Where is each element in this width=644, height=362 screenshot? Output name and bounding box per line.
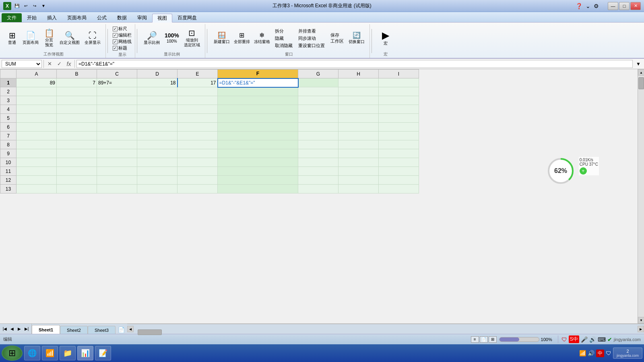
save-quick-btn[interactable]: 💾: [13, 2, 21, 10]
customize-quick-btn[interactable]: ▼: [39, 2, 47, 10]
cell-F3[interactable]: [218, 96, 298, 105]
btn-fullscreen[interactable]: ⛶ 全屏显示: [83, 31, 102, 46]
cell-B9[interactable]: [57, 149, 97, 158]
cell-E3[interactable]: [178, 96, 218, 105]
cancel-formula-btn[interactable]: ✕: [45, 60, 54, 68]
cell-C5[interactable]: [97, 114, 137, 123]
cell-F11[interactable]: [218, 167, 298, 176]
help-icon[interactable]: ❓: [576, 3, 582, 9]
btn-new-window[interactable]: 🪟 新建窗口: [212, 31, 231, 45]
cell-E1[interactable]: 17: [178, 78, 218, 87]
cell-H3[interactable]: [339, 96, 379, 105]
settings-icon[interactable]: ⚙: [594, 3, 599, 9]
cell-H7[interactable]: [339, 132, 379, 140]
cell-I1[interactable]: [379, 78, 419, 87]
undo-btn[interactable]: ↩: [22, 2, 30, 10]
cell-A5[interactable]: [17, 114, 57, 123]
cell-B13[interactable]: [57, 185, 97, 193]
cell-F7[interactable]: [218, 132, 298, 140]
cell-A6[interactable]: [17, 123, 57, 132]
insert-function-btn[interactable]: fx: [65, 60, 73, 68]
cell-H10[interactable]: [339, 158, 379, 167]
redo-btn[interactable]: ↪: [31, 2, 39, 10]
cell-C1[interactable]: 89+7=: [97, 78, 137, 87]
cell-C8[interactable]: [97, 140, 137, 149]
scroll-thumb-v[interactable]: [638, 77, 644, 89]
last-sheet-btn[interactable]: ▶|: [23, 326, 30, 332]
cell-H8[interactable]: [339, 140, 379, 149]
cell-G13[interactable]: [298, 185, 339, 193]
cell-G8[interactable]: [298, 140, 339, 149]
cell-G9[interactable]: [298, 149, 339, 158]
cell-E2[interactable]: [178, 87, 218, 96]
tab-file[interactable]: 文件: [2, 13, 22, 22]
cell-E10[interactable]: [178, 158, 218, 167]
cell-C13[interactable]: [97, 185, 137, 193]
cell-A4[interactable]: [17, 105, 57, 114]
tab-data[interactable]: 数据: [112, 13, 132, 22]
speaker-systray-icon[interactable]: 🔊: [588, 350, 594, 356]
cell-F5[interactable]: [218, 114, 298, 123]
cell-E5[interactable]: [178, 114, 218, 123]
btn-custom-view[interactable]: 🔍 自定义视图: [58, 31, 81, 46]
col-header-G[interactable]: G: [298, 70, 339, 78]
col-header-F[interactable]: F: [218, 70, 298, 78]
col-header-C[interactable]: C: [97, 70, 137, 78]
taskbar-wifi[interactable]: 📶: [42, 346, 58, 360]
cell-C7[interactable]: [97, 132, 137, 140]
confirm-formula-btn[interactable]: ✓: [55, 60, 63, 68]
cell-D13[interactable]: [137, 185, 178, 193]
cell-G12[interactable]: [298, 176, 339, 185]
cell-B4[interactable]: [57, 105, 97, 114]
cell-G4[interactable]: [298, 105, 339, 114]
col-header-I[interactable]: I: [379, 70, 419, 78]
cell-F4[interactable]: [218, 105, 298, 114]
checkbox-formula-bar[interactable]: ✓ 编辑栏: [113, 32, 132, 38]
scroll-track-v[interactable]: [638, 76, 644, 317]
scroll-down-btn[interactable]: ▼: [638, 317, 644, 323]
cell-B1[interactable]: 7: [57, 78, 97, 87]
cell-C3[interactable]: [97, 96, 137, 105]
next-sheet-btn[interactable]: ▶: [16, 326, 23, 332]
formula-expand-btn[interactable]: ▼: [634, 60, 642, 68]
cell-D10[interactable]: [137, 158, 178, 167]
cell-I10[interactable]: [379, 158, 419, 167]
cell-D2[interactable]: [137, 87, 178, 96]
tab-view[interactable]: 视图: [152, 14, 172, 23]
btn-split[interactable]: 拆分: [273, 28, 294, 35]
cell-G2[interactable]: [298, 87, 339, 96]
cell-I7[interactable]: [379, 132, 419, 140]
btn-page-layout-view[interactable]: 📄 页面布局: [21, 31, 40, 46]
tab-formulas[interactable]: 公式: [92, 13, 112, 22]
sheet-tab-sheet2[interactable]: Sheet2: [60, 326, 88, 334]
antivirus-icon[interactable]: 🛡: [606, 350, 611, 356]
cell-H6[interactable]: [339, 123, 379, 132]
minimize-ribbon-icon[interactable]: ⌄: [586, 3, 590, 9]
cell-I2[interactable]: [379, 87, 419, 96]
vertical-scrollbar[interactable]: ▲ ▼: [638, 69, 644, 323]
cell-G11[interactable]: [298, 167, 339, 176]
checkbox-ruler[interactable]: ✓ 标尺: [113, 26, 132, 32]
btn-switch-windows[interactable]: 🔄 切换窗口: [347, 31, 366, 45]
cell-I8[interactable]: [379, 140, 419, 149]
sheet-tab-sheet1[interactable]: Sheet1: [32, 325, 60, 334]
cell-I12[interactable]: [379, 176, 419, 185]
tab-insert[interactable]: 插入: [42, 13, 62, 22]
cell-D11[interactable]: [137, 167, 178, 176]
cell-A1[interactable]: 89: [17, 78, 57, 87]
scroll-left-btn[interactable]: ◀: [127, 326, 134, 332]
btn-arrange-all[interactable]: ⊞ 全部重排: [232, 31, 252, 45]
cell-B2[interactable]: [57, 87, 97, 96]
cell-I5[interactable]: [379, 114, 419, 123]
cell-D12[interactable]: [137, 176, 178, 185]
cell-F9[interactable]: [218, 149, 298, 158]
btn-normal-view[interactable]: ⊞ 普通: [5, 31, 19, 46]
btn-100pct[interactable]: 100% 100%: [163, 32, 181, 45]
formula-input-display[interactable]: =D1&"-"&E1&"=": [76, 60, 633, 68]
cell-D8[interactable]: [137, 140, 178, 149]
cell-E4[interactable]: [178, 105, 218, 114]
cell-C2[interactable]: [97, 87, 137, 96]
cell-B7[interactable]: [57, 132, 97, 140]
col-header-D[interactable]: D: [137, 70, 178, 78]
taskbar-word[interactable]: 📝: [95, 346, 111, 360]
